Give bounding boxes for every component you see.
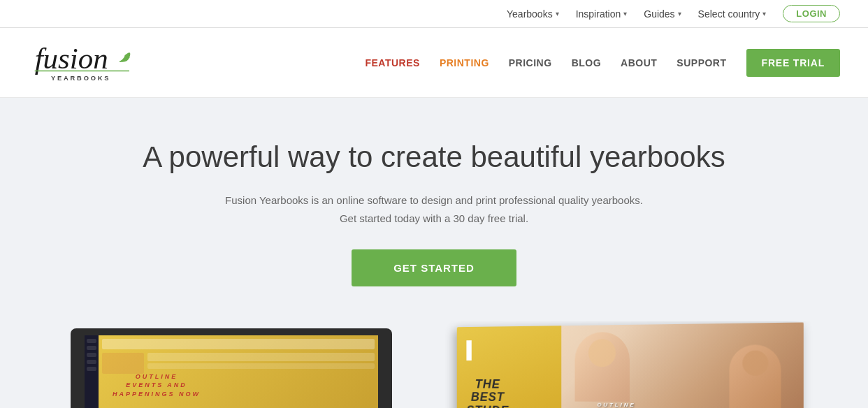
- book-photo: OUTLINEEVENTS ANDHAPPENINGS NO...: [561, 323, 804, 408]
- chevron-down-icon: ▾: [678, 10, 681, 17]
- sidebar-item: [87, 346, 96, 350]
- book-title: THEBESTSTUDE: [466, 378, 509, 408]
- screen-text-outline: OUTLINEEVENTS ANDHAPPENINGS NOW: [113, 372, 201, 399]
- nav-features[interactable]: FEATURES: [365, 57, 419, 68]
- book-left-text: THEBESTSTUDE: [466, 378, 509, 408]
- book-mockup: THEBESTSTUDE OUT: [448, 321, 797, 408]
- nav-support[interactable]: SUPPORT: [677, 57, 726, 68]
- laptop-screen-content: OUTLINEEVENTS ANDHAPPENINGS NOW: [85, 335, 378, 408]
- laptop-mockup: OUTLINEEVENTS ANDHAPPENINGS NOW: [71, 321, 406, 408]
- nav-about[interactable]: ABOUT: [621, 57, 657, 68]
- hero-section: A powerful way to create beautiful yearb…: [0, 98, 868, 408]
- top-nav-inspiration[interactable]: Inspiration ▾: [576, 8, 628, 20]
- sidebar-item: [87, 360, 96, 364]
- top-nav-select-country[interactable]: Select country ▾: [698, 8, 767, 20]
- chevron-down-icon: ▾: [623, 10, 627, 17]
- book-right-overlay: OUTLINEEVENTS ANDHAPPENINGS NO...: [575, 401, 659, 408]
- sidebar-item: [87, 353, 96, 357]
- top-utility-nav: Yearbooks ▾ Inspiration ▾ Guides ▾ Selec…: [0, 0, 868, 28]
- top-nav-yearbooks[interactable]: Yearbooks ▾: [507, 8, 559, 20]
- laptop-body: OUTLINEEVENTS ANDHAPPENINGS NOW: [71, 328, 392, 408]
- login-button[interactable]: LOGIN: [783, 5, 840, 22]
- hero-headline: A powerful way to create beautiful yearb…: [28, 140, 840, 175]
- book-left-page: THEBESTSTUDE: [457, 326, 561, 408]
- chevron-down-icon: ▾: [556, 10, 559, 17]
- logo-image: fusion YEARBOOKS: [28, 37, 133, 86]
- nav-pricing[interactable]: PRICING: [509, 57, 552, 68]
- book-right-text: OUTLINEEVENTS ANDHAPPENINGS NO...: [575, 401, 659, 408]
- book-spread: THEBESTSTUDE OUT: [457, 323, 804, 408]
- hero-images: OUTLINEEVENTS ANDHAPPENINGS NOW THEBESTS…: [28, 321, 840, 408]
- hero-subtext: Fusion Yearbooks is an online software t…: [28, 191, 840, 227]
- logo[interactable]: fusion YEARBOOKS: [28, 37, 133, 89]
- nav-printing[interactable]: PRINTING: [440, 57, 489, 68]
- top-nav-guides[interactable]: Guides ▾: [644, 8, 681, 20]
- book-right-page: OUTLINEEVENTS ANDHAPPENINGS NO...: [561, 323, 804, 408]
- main-header: fusion YEARBOOKS FEATURES PRINTING PRICI…: [0, 28, 868, 98]
- nav-blog[interactable]: BLOG: [572, 57, 601, 68]
- free-trial-button[interactable]: FREE TRIAL: [746, 49, 840, 77]
- svg-text:YEARBOOKS: YEARBOOKS: [51, 74, 110, 81]
- book-accent-bar: [466, 341, 471, 361]
- sidebar-item: [87, 367, 96, 371]
- laptop-screen: OUTLINEEVENTS ANDHAPPENINGS NOW: [85, 335, 378, 408]
- get-started-button[interactable]: GET STARTED: [352, 249, 516, 286]
- main-navigation: FEATURES PRINTING PRICING BLOG ABOUT SUP…: [365, 49, 840, 77]
- laptop-sidebar: [85, 335, 99, 408]
- svg-text:fusion: fusion: [35, 41, 108, 74]
- chevron-down-icon: ▾: [762, 10, 766, 17]
- sidebar-item: [87, 339, 96, 343]
- screen-overlay-text: OUTLINEEVENTS ANDHAPPENINGS NOW: [113, 372, 201, 399]
